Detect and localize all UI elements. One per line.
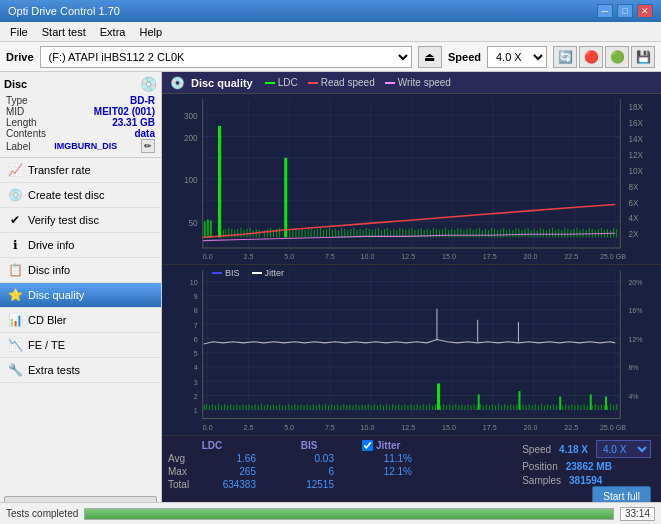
close-button[interactable]: ✕ <box>637 4 653 18</box>
menu-extra[interactable]: Extra <box>94 25 132 39</box>
jitter-avg-row: 11.1% <box>362 453 412 464</box>
drive-select[interactable]: (F:) ATAPI iHBS112 2 CL0K <box>40 46 412 68</box>
svg-text:6X: 6X <box>628 197 638 207</box>
sidebar-item-create-test-label: Create test disc <box>28 189 104 201</box>
svg-rect-76 <box>320 228 321 238</box>
svg-rect-356 <box>592 405 593 409</box>
svg-rect-126 <box>473 230 474 237</box>
edit-label-button[interactable]: ✏ <box>141 139 155 153</box>
disc-row-length: Length 23.31 GB <box>4 117 157 128</box>
svg-text:50: 50 <box>189 218 198 228</box>
sidebar-item-disc-quality-label: Disc quality <box>28 289 84 301</box>
speed-select-stats[interactable]: 4.0 X <box>596 440 651 458</box>
svg-rect-312 <box>452 405 453 409</box>
svg-rect-74 <box>314 230 315 237</box>
extra-tests-icon: 🔧 <box>8 363 22 377</box>
svg-rect-360 <box>604 405 605 409</box>
svg-rect-87 <box>353 228 354 238</box>
eject-button[interactable]: ⏏ <box>418 46 442 68</box>
svg-rect-140 <box>515 228 516 238</box>
sidebar-item-verify-test[interactable]: ✔ Verify test disc <box>0 208 161 233</box>
svg-text:0.0: 0.0 <box>203 422 213 431</box>
svg-text:20%: 20% <box>628 277 643 286</box>
svg-rect-172 <box>613 228 614 238</box>
speed-select[interactable]: 4.0 X <box>487 46 547 68</box>
sidebar-item-disc-quality[interactable]: ⭐ Disc quality <box>0 283 161 308</box>
svg-rect-236 <box>236 404 237 409</box>
samples-row: Samples 381594 <box>522 475 651 486</box>
disc-info-section: Disc 💿 Type BD-R MID MEIT02 (001) Length… <box>0 72 161 158</box>
menu-help[interactable]: Help <box>133 25 168 39</box>
svg-rect-250 <box>279 404 280 409</box>
jitter-checkbox[interactable] <box>362 440 373 451</box>
svg-rect-321 <box>480 404 481 409</box>
svg-rect-231 <box>221 405 222 409</box>
svg-rect-305 <box>429 404 430 409</box>
sidebar-item-drive-info[interactable]: ℹ Drive info <box>0 233 161 258</box>
svg-text:8X: 8X <box>628 181 638 191</box>
scan-button[interactable]: 🟢 <box>605 46 629 68</box>
sidebar-item-disc-info[interactable]: 📋 Disc info <box>0 258 161 283</box>
svg-rect-66 <box>289 230 290 237</box>
svg-rect-363 <box>613 405 614 409</box>
chart2-svg: 10 9 8 7 6 5 4 3 2 1 20% 16% 12% 8% 4% <box>162 265 661 435</box>
svg-rect-151 <box>549 229 550 238</box>
jitter-header: Jitter <box>362 440 412 451</box>
svg-rect-83 <box>341 228 342 238</box>
maximize-button[interactable]: □ <box>617 4 633 18</box>
bis-max-row: 6 <box>284 466 334 477</box>
svg-text:12X: 12X <box>628 150 643 160</box>
menu-start-test[interactable]: Start test <box>36 25 92 39</box>
disc-row-contents: Contents data <box>4 128 157 139</box>
svg-rect-125 <box>470 228 471 238</box>
svg-rect-268 <box>316 405 317 409</box>
svg-rect-228 <box>212 404 213 409</box>
svg-rect-117 <box>445 228 446 238</box>
svg-rect-243 <box>258 405 259 409</box>
main-layout: Disc 💿 Type BD-R MID MEIT02 (001) Length… <box>0 72 661 524</box>
svg-rect-144 <box>528 228 529 238</box>
refresh-button[interactable]: 🔄 <box>553 46 577 68</box>
sidebar-item-fe-te[interactable]: 📉 FE / TE <box>0 333 161 358</box>
svg-text:4X: 4X <box>628 213 638 223</box>
svg-rect-131 <box>488 230 489 237</box>
svg-rect-306 <box>432 405 433 409</box>
svg-rect-272 <box>328 405 329 409</box>
svg-rect-77 <box>323 230 324 237</box>
position-val: 23862 MB <box>566 461 612 472</box>
svg-text:4%: 4% <box>628 392 639 401</box>
disc-info-icon: 📋 <box>8 263 22 277</box>
svg-rect-282 <box>359 405 360 409</box>
svg-rect-135 <box>500 229 501 238</box>
svg-rect-265 <box>307 404 308 409</box>
svg-rect-123 <box>463 230 464 237</box>
svg-text:7: 7 <box>194 320 198 329</box>
sidebar-item-cd-bler[interactable]: 📊 CD Bler <box>0 308 161 333</box>
svg-rect-317 <box>468 404 469 409</box>
svg-rect-294 <box>395 405 396 409</box>
disc-quality-title: Disc quality <box>191 77 253 89</box>
sidebar-item-transfer-rate[interactable]: 📈 Transfer rate <box>0 158 161 183</box>
menu-file[interactable]: File <box>4 25 34 39</box>
bis-avg-val: 0.03 <box>284 453 334 464</box>
samples-val: 381594 <box>569 475 602 486</box>
drive-label: Drive <box>6 51 34 63</box>
svg-rect-335 <box>523 404 524 409</box>
svg-rect-71 <box>305 230 306 237</box>
save-button[interactable]: 💾 <box>631 46 655 68</box>
legend-ldc: LDC <box>265 77 298 88</box>
svg-rect-315 <box>461 404 462 409</box>
sidebar-item-create-test[interactable]: 💿 Create test disc <box>0 183 161 208</box>
svg-rect-121 <box>457 228 458 238</box>
disc-row-mid: MID MEIT02 (001) <box>4 106 157 117</box>
svg-rect-338 <box>532 405 533 409</box>
chart1-container: 300 200 100 50 18X 16X 14X 12X 10X 8X 6X… <box>162 94 661 265</box>
svg-rect-42 <box>204 222 206 238</box>
sidebar-item-cd-bler-label: CD Bler <box>28 314 67 326</box>
sidebar-item-extra-tests[interactable]: 🔧 Extra tests <box>0 358 161 383</box>
disc-quality-icon: ⭐ <box>8 288 22 302</box>
svg-rect-343 <box>547 404 548 409</box>
options-button[interactable]: 🔴 <box>579 46 603 68</box>
svg-rect-60 <box>264 230 265 237</box>
minimize-button[interactable]: ─ <box>597 4 613 18</box>
